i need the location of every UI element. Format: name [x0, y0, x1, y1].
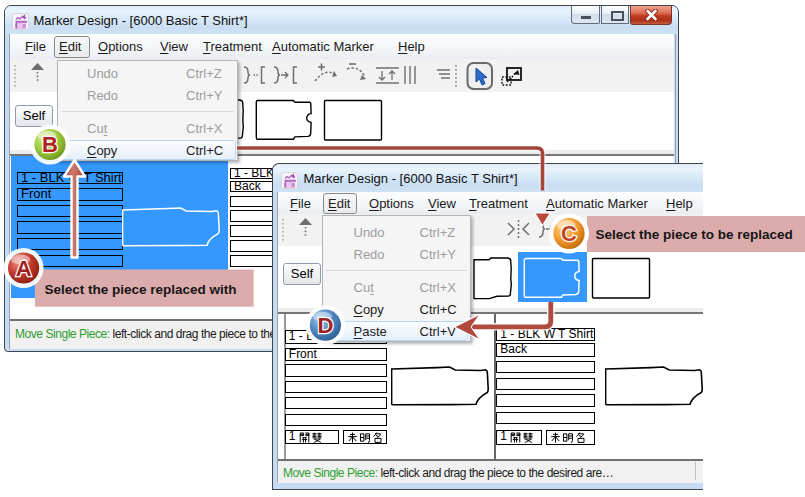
svg-text:Select the piece to be replace: Select the piece to be replaced: [596, 227, 793, 242]
svg-text:B: B: [42, 132, 58, 157]
svg-text:A: A: [16, 256, 32, 281]
svg-text:Select the piece replaced with: Select the piece replaced with: [45, 282, 237, 297]
svg-text:D: D: [317, 313, 333, 338]
svg-text:C: C: [561, 221, 577, 246]
